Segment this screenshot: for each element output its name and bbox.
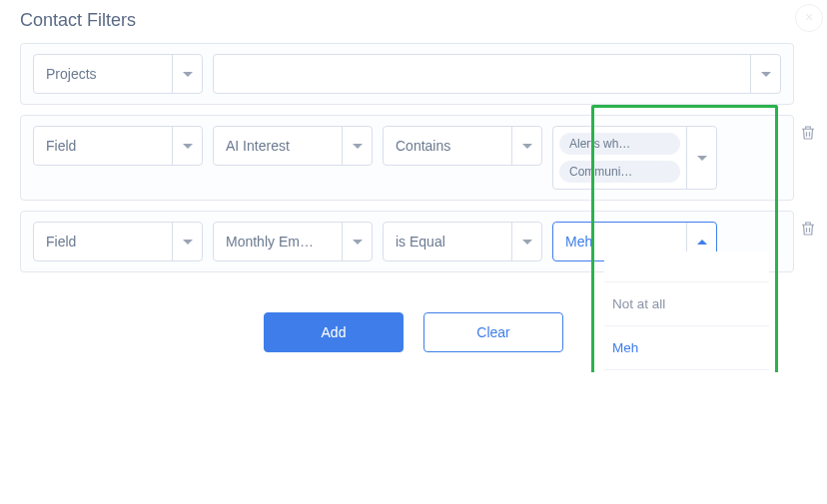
row1-field-kind-select[interactable]: Field xyxy=(33,126,203,166)
chevron-down-icon xyxy=(172,55,202,93)
row2-field-kind-select[interactable]: Field xyxy=(33,222,203,261)
page-title: Contact Filters xyxy=(20,10,807,31)
chevron-down-icon xyxy=(172,127,202,165)
delete-row-2-button[interactable] xyxy=(794,211,822,239)
row1-field-select[interactable]: AI Interest xyxy=(213,126,373,166)
row1-field-kind-value: Field xyxy=(34,127,172,165)
filter-value-placeholder xyxy=(214,55,750,93)
row2-field-value: Monthly Em… xyxy=(214,223,342,260)
trash-icon xyxy=(799,219,817,239)
chevron-down-icon xyxy=(342,127,372,165)
close-icon[interactable]: × xyxy=(795,4,823,32)
row1-field-value: AI Interest xyxy=(214,127,342,165)
dropdown-option-selected[interactable]: Meh xyxy=(604,325,769,369)
chevron-down-icon xyxy=(511,223,541,260)
chevron-down-icon xyxy=(511,127,541,165)
chevron-down-icon xyxy=(686,127,716,189)
row2-operator-value: is Equal xyxy=(384,223,511,260)
add-button[interactable]: Add xyxy=(264,312,404,352)
row1-value-multiselect[interactable]: Alerts wh… Communi… xyxy=(552,126,717,190)
row2-field-select[interactable]: Monthly Em… xyxy=(213,222,373,261)
row2-field-kind-value: Field xyxy=(34,223,172,260)
delete-row-1-button[interactable] xyxy=(794,115,822,143)
tag[interactable]: Alerts wh… xyxy=(559,133,680,155)
row2-operator-select[interactable]: is Equal xyxy=(383,222,542,261)
tag[interactable]: Communi… xyxy=(559,161,680,183)
row2-value-dropdown: Not at all Meh I want this I need this r… xyxy=(604,252,769,372)
clear-button[interactable]: Clear xyxy=(423,312,563,352)
row1-operator-select[interactable]: Contains xyxy=(383,126,542,166)
chevron-down-icon xyxy=(172,223,202,260)
filter-value-select[interactable] xyxy=(213,54,781,94)
row1-operator-value: Contains xyxy=(384,127,511,165)
dropdown-option[interactable]: Not at all xyxy=(604,281,769,325)
filter-type-value: Projects xyxy=(34,55,172,93)
filter-type-select[interactable]: Projects xyxy=(33,54,203,94)
trash-icon xyxy=(799,123,817,143)
chevron-down-icon xyxy=(750,55,780,93)
dropdown-option[interactable]: I want this xyxy=(604,369,769,372)
filter-row-type: Projects xyxy=(20,43,794,105)
chevron-down-icon xyxy=(342,223,372,260)
filter-row-1: Field AI Interest Contains Alerts wh… Co… xyxy=(20,115,794,201)
